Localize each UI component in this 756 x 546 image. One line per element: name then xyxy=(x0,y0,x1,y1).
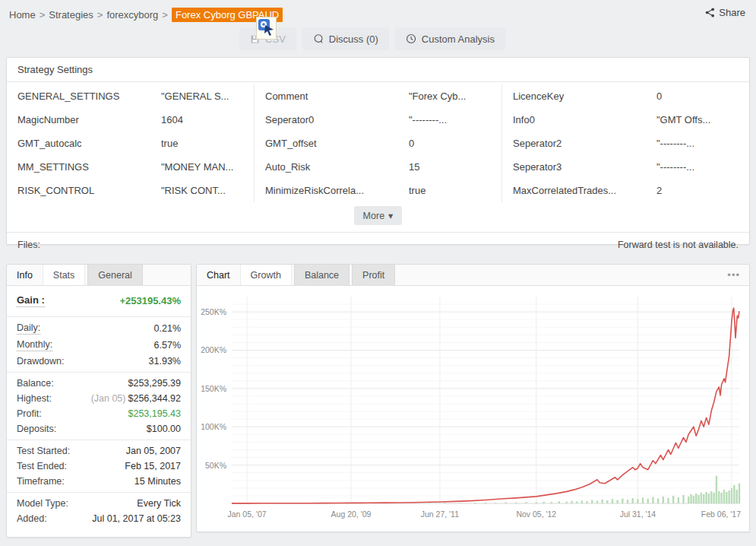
breadcrumb-home[interactable]: Home xyxy=(9,9,36,21)
stat-label: Test Started: xyxy=(17,446,70,456)
settings-group: Comment"Forex Cyb...Seperator0"--------.… xyxy=(254,84,501,202)
share-button[interactable]: Share xyxy=(705,7,745,18)
stats-row: Highest:(Jan 05)$256,344.92 xyxy=(7,391,191,406)
stat-value: Every Tick xyxy=(137,498,181,509)
setting-value: "--------... xyxy=(409,114,501,125)
settings-row: GMT_offset0 xyxy=(265,132,501,155)
chart-options-menu[interactable]: ••• xyxy=(718,265,749,285)
custom-analysis-button[interactable]: Custom Analysis xyxy=(395,27,505,50)
files-label: Files: xyxy=(17,240,40,250)
tab-profit[interactable]: Profit xyxy=(352,265,395,285)
tab-balance[interactable]: Balance xyxy=(294,265,350,285)
drawdown-bar xyxy=(723,490,725,503)
breadcrumb-separator: > xyxy=(97,9,103,21)
drawdown-bar xyxy=(710,491,712,503)
y-axis-tick: 250K% xyxy=(201,307,226,316)
discuss-bubble-icon xyxy=(313,33,324,44)
settings-group: LicenceKey0Info0"GMT Offs...Seperator2"-… xyxy=(501,84,749,202)
setting-value: "RISK CONT... xyxy=(161,185,254,196)
setting-name: GENERAL_SETTINGS xyxy=(17,90,161,102)
stats-tabbar: Info Stats General xyxy=(7,265,191,286)
drawdown-bar xyxy=(581,500,583,503)
y-axis-tick: 50K% xyxy=(205,461,226,470)
drawdown-bar xyxy=(697,495,699,503)
stats-row: Profit:$253,195.43 xyxy=(7,406,191,421)
tab-info[interactable]: Info xyxy=(7,265,43,285)
drawdown-bar xyxy=(733,485,735,503)
y-axis-tick: 100K% xyxy=(201,422,226,431)
setting-value: "--------... xyxy=(656,161,749,173)
toolbar: CSV Discuss (0) Custom Analysis xyxy=(239,27,505,50)
drawdown-bar xyxy=(566,502,568,503)
drawdown-bar xyxy=(688,497,689,503)
drawdown-bar xyxy=(716,476,717,503)
drawdown-bar xyxy=(444,503,445,503)
drawdown-bar xyxy=(728,490,729,503)
stat-label: Monthly: xyxy=(17,339,52,351)
settings-row: LicenceKey0 xyxy=(513,84,749,108)
growth-line xyxy=(232,308,739,503)
chevron-down-icon: ▾ xyxy=(388,210,393,221)
stats-row: Drawdown:31.93% xyxy=(7,354,191,369)
growth-chart: 50K%100K%150K%200K%250K%Jan 05, '07Aug 2… xyxy=(198,290,748,528)
setting-value: true xyxy=(161,138,254,149)
stats-row: Gain :+253195.43% xyxy=(7,289,191,313)
drawdown-bar xyxy=(591,500,593,503)
drawdown-bar xyxy=(601,500,603,503)
clock-icon xyxy=(406,33,416,44)
drawdown-bar xyxy=(726,492,727,503)
stat-value: 31.93% xyxy=(149,356,181,367)
drawdown-bar xyxy=(682,495,684,503)
breadcrumb-strategies[interactable]: Strategies xyxy=(49,9,93,21)
stat-value: Jul 01, 2017 at 05:23 xyxy=(92,513,181,524)
chart-panel: Chart Growth Balance Profit ••• 50K%100K… xyxy=(196,264,750,532)
drawdown-bar xyxy=(739,484,740,503)
custom-analysis-label: Custom Analysis xyxy=(422,33,495,45)
drawdown-bar xyxy=(474,503,476,503)
drawdown-bar xyxy=(495,503,496,503)
tab-general[interactable]: General xyxy=(87,265,142,285)
breadcrumb-forexcyborg[interactable]: forexcyborg xyxy=(106,9,158,21)
setting-value: 1604 xyxy=(161,114,254,125)
drawdown-bar xyxy=(485,503,486,503)
drawdown-bar xyxy=(731,488,732,503)
stat-label: Timeframe: xyxy=(17,476,65,487)
settings-row: Seperator0"--------... xyxy=(265,108,501,132)
stat-value: Feb 15, 2017 xyxy=(125,461,181,471)
divider xyxy=(7,372,191,373)
setting-name: Seperator2 xyxy=(513,138,656,149)
setting-name: LicenceKey xyxy=(513,90,656,102)
stats-row: Model Type:Every Tick xyxy=(7,496,191,511)
setting-name: GMT_offset xyxy=(265,138,409,149)
drawdown-bar xyxy=(505,502,507,503)
drawdown-bar xyxy=(606,500,608,503)
divider xyxy=(7,316,191,317)
tab-growth[interactable]: Growth xyxy=(240,265,292,285)
setting-name: MinimizeRiskCorrela... xyxy=(265,185,409,196)
settings-row: RISK_CONTROL"RISK CONT... xyxy=(17,179,254,202)
setting-value: "GMT Offs... xyxy=(656,114,749,125)
setting-value: "Forex Cyb... xyxy=(409,90,501,102)
tab-stats[interactable]: Stats xyxy=(43,265,86,285)
drawdown-bar xyxy=(695,494,697,503)
stat-label: Test Ended: xyxy=(17,461,67,471)
stat-label: Drawdown: xyxy=(17,356,65,367)
tab-chart[interactable]: Chart xyxy=(197,265,240,285)
x-axis-tick: Feb 06, '17 xyxy=(701,509,741,519)
strategy-settings-title: Strategy Settings xyxy=(7,58,749,82)
breadcrumb-separator: > xyxy=(40,9,46,21)
drawdown-bar xyxy=(429,503,430,503)
stat-label: Gain : xyxy=(17,294,45,307)
drawdown-bar xyxy=(642,497,644,503)
drawdown-bar xyxy=(705,492,707,503)
setting-name: MagicNumber xyxy=(17,114,161,125)
drawdown-bar xyxy=(663,497,664,503)
stats-row: Monthly:6.57% xyxy=(7,337,191,354)
divider xyxy=(7,440,191,440)
forward-test-note: Forward test is not available. xyxy=(618,240,739,250)
more-button[interactable]: More ▾ xyxy=(354,206,403,225)
discuss-button[interactable]: Discuss (0) xyxy=(302,27,389,50)
y-axis-tick: 200K% xyxy=(201,345,226,354)
stat-value: +253195.43% xyxy=(119,295,181,306)
stat-label: Highest: xyxy=(17,393,52,404)
